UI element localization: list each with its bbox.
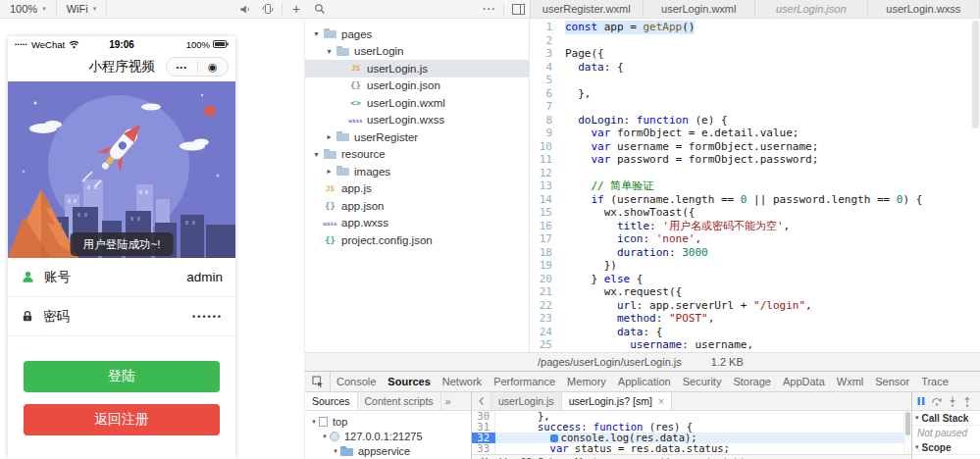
chevron-right-icon[interactable]: ▸ xyxy=(324,132,335,141)
close-tab-icon[interactable]: × xyxy=(658,395,664,407)
devtools-tab-security[interactable]: Security xyxy=(677,372,728,391)
devtools-tab-trace[interactable]: Trace xyxy=(915,372,954,391)
devtools-tab-console[interactable]: Console xyxy=(331,372,382,391)
chevron-down-icon[interactable]: ▾ xyxy=(309,418,319,426)
line-number[interactable]: 4 xyxy=(530,61,565,75)
editor-tab-userLogin.json[interactable]: userLogin.json xyxy=(755,0,868,18)
line-number[interactable]: 13 xyxy=(530,179,565,193)
login-button[interactable]: 登陆 xyxy=(24,361,220,392)
scope-header[interactable]: ▾ Scope xyxy=(912,440,980,455)
capsule-home-button[interactable]: ◉ xyxy=(198,61,229,74)
debugger-file-tab-userLogin.js? [sm][interactable]: userLogin.js? [sm]× xyxy=(562,392,673,410)
zoom-dropdown[interactable]: 100% ▾ xyxy=(0,0,57,18)
navigator-tab-content-scripts[interactable]: Content scripts xyxy=(358,392,441,410)
inspect-element-button[interactable] xyxy=(305,372,331,391)
line-number[interactable]: 3 xyxy=(530,47,565,61)
line-number[interactable]: 10 xyxy=(530,140,565,154)
line-number[interactable]: 25 xyxy=(530,338,565,352)
line-number[interactable]: 21 xyxy=(530,285,565,299)
line-number[interactable]: 33 xyxy=(472,443,495,454)
line-number[interactable]: 5 xyxy=(530,74,565,87)
file-tree-item-userRegister[interactable]: ▸userRegister xyxy=(305,128,529,146)
line-number[interactable]: 19 xyxy=(530,259,565,273)
scrollbar-thumb[interactable] xyxy=(972,21,979,128)
line-number[interactable]: 8 xyxy=(530,114,565,128)
chevron-down-icon[interactable]: ▾ xyxy=(311,29,322,38)
search-button[interactable] xyxy=(308,0,332,18)
editor-scrollbar[interactable] xyxy=(971,19,980,352)
overflow-menu-button[interactable]: » xyxy=(441,392,455,410)
devtools-tab-sensor[interactable]: Sensor xyxy=(869,372,915,391)
capsule-more-button[interactable]: ••• xyxy=(167,63,197,72)
editor-tab-userLogin.wxss[interactable]: userLogin.wxss xyxy=(868,0,980,18)
chevron-down-icon[interactable]: ▾ xyxy=(331,447,340,455)
panel-layout-button[interactable] xyxy=(506,0,530,18)
line-number[interactable]: 11 xyxy=(530,153,565,167)
devtools-tab-network[interactable]: Network xyxy=(437,372,488,391)
devtools-tab-wxml[interactable]: Wxml xyxy=(831,372,870,391)
toggle-navigator-button[interactable] xyxy=(472,392,491,410)
file-tree-item-userLogin.json[interactable]: {}userLogin.json xyxy=(305,77,529,95)
line-number[interactable]: 6 xyxy=(530,87,565,101)
navigator-item-127.0.0.1:21275[interactable]: ▾127.0.0.1:21275 xyxy=(305,429,471,443)
navigator-item-top[interactable]: ▾top xyxy=(305,414,471,429)
file-tree-item-userLogin[interactable]: ▾userLogin xyxy=(305,43,529,61)
password-field[interactable]: 密码 •••••• xyxy=(8,297,235,336)
add-button[interactable]: + xyxy=(284,0,308,18)
line-number[interactable]: 14 xyxy=(530,193,565,207)
devtools-tab-performance[interactable]: Performance xyxy=(488,372,561,391)
chevron-right-icon[interactable]: ▸ xyxy=(324,167,335,176)
rotate-device-button[interactable] xyxy=(256,0,280,18)
chevron-down-icon[interactable]: ▾ xyxy=(324,47,335,56)
file-tree-item-pages[interactable]: ▾pages xyxy=(305,26,529,43)
debugger-scrollbar[interactable] xyxy=(903,411,911,454)
file-tree-item-userLogin.wxml[interactable]: <>userLogin.wxml xyxy=(305,94,529,112)
line-number[interactable]: 9 xyxy=(530,127,565,140)
devtools-tab-appdata[interactable]: AppData xyxy=(777,372,831,391)
network-dropdown[interactable]: WiFi ▾ xyxy=(57,0,108,18)
file-tree-item-userLogin.js[interactable]: JSuserLogin.js xyxy=(305,60,529,77)
line-number[interactable]: 1 xyxy=(530,21,565,34)
devtools-tab-sources[interactable]: Sources xyxy=(382,372,436,391)
call-stack-header[interactable]: ▾ Call Stack xyxy=(912,411,980,426)
scrollbar-thumb[interactable] xyxy=(905,412,910,435)
sound-button[interactable] xyxy=(232,0,256,18)
devtools-tab-storage[interactable]: Storage xyxy=(727,372,777,391)
step-into-button[interactable] xyxy=(948,396,957,407)
file-tree-item-app.wxss[interactable]: wxssapp.wxss xyxy=(305,215,529,232)
line-number[interactable]: 22 xyxy=(530,299,565,313)
editor-tab-userLogin.wxml[interactable]: userLogin.wxml xyxy=(644,0,756,18)
line-number[interactable]: 16 xyxy=(530,220,565,233)
editor-tab-userRegister.wxml[interactable]: userRegister.wxml xyxy=(531,0,644,18)
account-field[interactable]: 账号 admin xyxy=(8,258,235,297)
file-tree-item-project.config.json[interactable]: {}project.config.json xyxy=(305,231,529,249)
line-number[interactable]: 20 xyxy=(530,273,565,286)
step-over-button[interactable] xyxy=(931,396,943,406)
more-button[interactable]: ··· xyxy=(478,0,501,18)
file-tree-item-app.js[interactable]: JSapp.js xyxy=(305,180,529,198)
file-tree-item-app.json[interactable]: {}app.json xyxy=(305,197,529,215)
line-number[interactable]: 24 xyxy=(530,326,565,339)
register-button[interactable]: 返回注册 xyxy=(24,404,220,435)
line-number[interactable]: 12 xyxy=(530,167,565,180)
file-tree-item-resource[interactable]: ▾resource xyxy=(305,146,529,164)
line-number[interactable]: 7 xyxy=(530,100,565,114)
file-tree-item-images[interactable]: ▸images xyxy=(305,163,529,180)
debugger-file-tab-userLogin.js[interactable]: userLogin.js xyxy=(491,392,562,410)
pause-button[interactable] xyxy=(916,396,926,406)
navigator-tab-sources[interactable]: Sources xyxy=(305,392,358,410)
devtools-tab-application[interactable]: Application xyxy=(612,372,677,391)
line-number[interactable]: 2 xyxy=(530,34,565,48)
chevron-down-icon[interactable]: ▾ xyxy=(320,433,330,440)
line-number[interactable]: 23 xyxy=(530,312,565,326)
chevron-down-icon[interactable]: ▾ xyxy=(311,150,322,159)
devtools-tab-memory[interactable]: Memory xyxy=(561,372,612,391)
step-out-button[interactable] xyxy=(962,396,972,407)
line-number[interactable]: 17 xyxy=(530,232,565,246)
navigator-item-appservice[interactable]: ▾appservice xyxy=(305,443,471,458)
line-number[interactable]: 18 xyxy=(530,246,565,260)
file-tree-item-userLogin.wxss[interactable]: wxssuserLogin.wxss xyxy=(305,112,529,129)
line-number[interactable]: 15 xyxy=(530,206,565,220)
code-editor[interactable]: 1const app = getApp()23Page({4 data: {56… xyxy=(530,19,980,352)
debugger-code[interactable]: 30 },31 success: function (res) {32 cons… xyxy=(472,411,911,454)
